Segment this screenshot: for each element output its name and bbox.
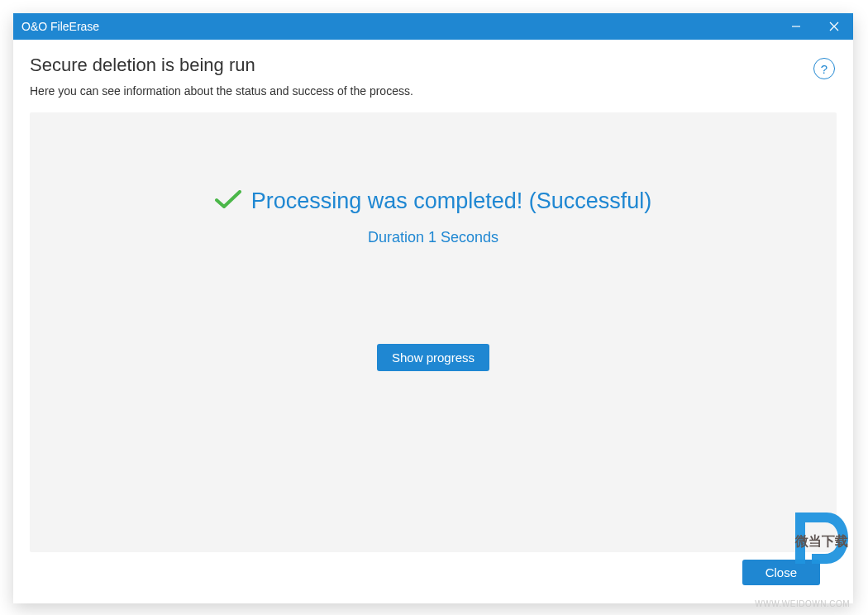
success-row: Processing was completed! (Successful) — [215, 188, 652, 214]
minimize-button[interactable] — [777, 13, 815, 40]
success-message: Processing was completed! (Successful) — [251, 188, 652, 214]
help-icon: ? — [821, 62, 827, 76]
close-icon — [829, 21, 839, 31]
header-text: Secure deletion is being run Here you ca… — [30, 55, 413, 112]
page-title: Secure deletion is being run — [30, 55, 413, 76]
close-window-button[interactable] — [815, 13, 853, 40]
window-controls — [777, 13, 853, 40]
header-row: Secure deletion is being run Here you ca… — [30, 55, 837, 112]
close-button[interactable]: Close — [742, 560, 820, 585]
help-button[interactable]: ? — [813, 58, 835, 79]
titlebar: O&O FileErase — [13, 13, 853, 40]
page-subtitle: Here you can see information about the s… — [30, 84, 413, 98]
window-title: O&O FileErase — [21, 20, 99, 33]
show-progress-button[interactable]: Show progress — [377, 344, 489, 371]
status-panel: Processing was completed! (Successful) D… — [30, 112, 837, 552]
app-window: O&O FileErase Secure deletion is being r… — [13, 13, 853, 603]
minimize-icon — [791, 21, 801, 31]
checkmark-icon — [215, 190, 241, 213]
content-area: Secure deletion is being run Here you ca… — [13, 40, 853, 603]
duration-text: Duration 1 Seconds — [368, 229, 498, 246]
bottom-bar: Close — [30, 552, 837, 592]
